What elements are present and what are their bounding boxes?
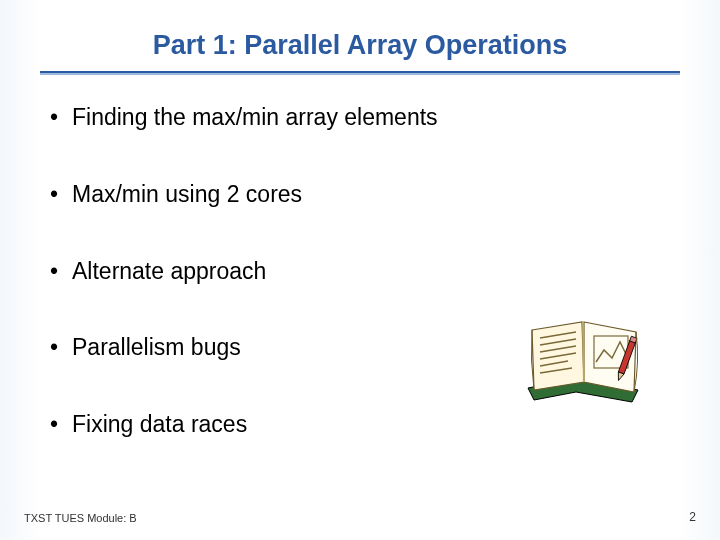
open-book-icon xyxy=(520,310,650,410)
title-rule xyxy=(40,71,680,75)
list-item: Alternate approach xyxy=(44,257,676,286)
footer-module: TXST TUES Module: B xyxy=(24,512,137,524)
svg-line-3 xyxy=(583,322,584,382)
list-item: Fixing data races xyxy=(44,410,676,439)
slide-title: Part 1: Parallel Array Operations xyxy=(40,24,680,71)
list-item: Finding the max/min array elements xyxy=(44,103,676,132)
list-item: Max/min using 2 cores xyxy=(44,180,676,209)
page-number: 2 xyxy=(689,510,696,524)
slide: Part 1: Parallel Array Operations Findin… xyxy=(0,0,720,540)
